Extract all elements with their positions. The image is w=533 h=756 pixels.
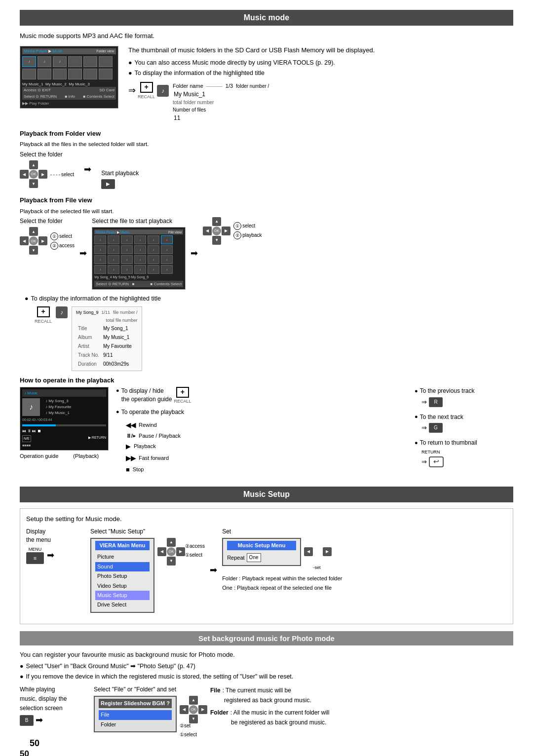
dpad-ok[interactable]: OK: [29, 170, 38, 179]
bullet-viera-tools: You can also access Music mode directly …: [128, 59, 513, 68]
duration-label: Duration: [76, 360, 101, 369]
folder-desc: Folder : Playback repeat within the sele…: [222, 575, 342, 582]
dpad-left-3[interactable]: ◀: [203, 227, 212, 235]
dpad-down-3[interactable]: ▼: [212, 236, 221, 245]
recall-button-3[interactable]: +: [176, 387, 189, 398]
the-menu-label: the menu: [26, 536, 51, 543]
desc-text-1: The thumbnail of music folders in the SD…: [128, 46, 513, 55]
dpad-down-4[interactable]: ▼: [167, 557, 176, 566]
num-files-value: 11: [173, 113, 269, 122]
stop-label: Stop: [133, 465, 144, 475]
menu-item-drive[interactable]: Drive Select: [95, 600, 150, 609]
dpad-down-2[interactable]: ▼: [29, 246, 38, 255]
dpad-up-2[interactable]: ▲: [29, 227, 38, 236]
prev-btn[interactable]: R: [429, 397, 443, 407]
dpad-down[interactable]: ▼: [29, 179, 38, 188]
bgm-menu-title: Register Slideshow BGM ?: [99, 699, 172, 708]
file-view-screenshot: Media Player ▶ Music File view ♪♪♪♪♪♪ ♪♪…: [92, 227, 186, 290]
dpad-right[interactable]: ▶: [38, 170, 47, 179]
file-fraction: 1/11: [102, 309, 111, 316]
return-thumbnail-label: To return to thumbnail: [420, 439, 477, 447]
recall-button-2[interactable]: +: [37, 306, 50, 317]
prev-track-label: To the previous track: [420, 387, 475, 395]
dpad-left-5[interactable]: ◀: [304, 547, 313, 556]
page-number: 50: [30, 737, 39, 750]
dpad-up-3[interactable]: ▲: [212, 217, 221, 226]
op-guide-ref: the operation guide: [121, 395, 172, 404]
dpad-left-4[interactable]: ◀: [157, 547, 166, 556]
access-label: ②access: [185, 543, 205, 550]
circle4-label: playback: [242, 232, 262, 239]
folder-value: My Music_1: [173, 90, 269, 99]
file-step1-label: Select the folder: [20, 217, 75, 226]
step1-label: Select the folder: [20, 151, 74, 159]
artist-value: My Favourite: [101, 342, 134, 351]
dpad-left-2[interactable]: ◀: [20, 236, 29, 245]
op-guide-label: Operation guide: [20, 453, 58, 460]
next-btn[interactable]: G: [429, 423, 443, 433]
music-setup-menu: Music Setup Menu Repeat One: [222, 538, 301, 566]
menu-item-music[interactable]: Music Setup: [95, 591, 150, 600]
menu-btn[interactable]: ≡: [26, 552, 44, 564]
dpad-up[interactable]: ▲: [29, 160, 38, 169]
circle2-label: access: [59, 242, 75, 249]
one-desc: One : Playback repeat of the selected on…: [222, 584, 342, 592]
main-menu-title: VIERA Main Menu: [95, 541, 150, 550]
repeat-label: Repeat: [227, 554, 244, 562]
bgm-bullet2: If you remove the device in which the re…: [20, 673, 513, 681]
file-result-desc: : The current music will be: [223, 685, 291, 695]
return-icon[interactable]: ↩: [429, 456, 444, 467]
bgm-item-file[interactable]: File: [99, 710, 172, 719]
dpad-ok-4[interactable]: OK: [167, 547, 176, 556]
bgm-select-step-label: ①select: [180, 731, 205, 738]
file-bullet-display: To display the information of the highli…: [25, 295, 513, 303]
select-setup-label: Select "Music Setup": [90, 528, 205, 536]
bgm-item-folder[interactable]: Folder: [99, 720, 172, 729]
start-playback-label: Start playback: [101, 169, 139, 178]
bgm-btn[interactable]: B: [20, 715, 34, 726]
title-value: My Song_1: [101, 324, 134, 333]
section-header-music-mode: Music mode: [20, 10, 513, 26]
recall-button[interactable]: +: [140, 82, 153, 93]
circle1: ①: [50, 232, 58, 240]
select-label: select: [61, 171, 74, 178]
dpad-right-5[interactable]: ▶: [323, 547, 332, 556]
music-icon-2: ♪: [56, 306, 68, 318]
music-display-label: music, display the: [20, 695, 89, 703]
set-label: Set: [222, 528, 342, 536]
dpad-right-2[interactable]: ▶: [38, 236, 47, 245]
bgm-set-label: ②set: [180, 722, 205, 729]
dpad-up-4[interactable]: ▲: [167, 538, 176, 547]
menu-item-video[interactable]: Video Setup: [95, 581, 150, 591]
num-files-label: Number of files: [173, 106, 269, 113]
intro-text: Music mode supports MP3 and AAC file for…: [20, 32, 513, 40]
dpad-up-5[interactable]: ▲: [189, 696, 198, 705]
menu-item-sound[interactable]: Sound: [95, 562, 150, 571]
setup-desc: Setup the setting for Music mode.: [26, 515, 507, 524]
dpad-ok-3[interactable]: OK: [212, 227, 221, 235]
play-btn[interactable]: ▶: [101, 179, 115, 189]
dpad-ok-2[interactable]: OK: [29, 236, 38, 245]
while-playing-label: While playing: [20, 685, 89, 694]
dpad-right-6[interactable]: ▶: [198, 705, 207, 714]
dpad-right-4[interactable]: ▶: [176, 547, 185, 556]
bullet-display-info: To display the information of the highli…: [128, 69, 513, 78]
folder-name-label: Folder name: [173, 82, 203, 90]
playback-parens-label: (Playback): [73, 453, 99, 460]
folder-result-label: Folder: [210, 708, 228, 718]
folder-result-desc: : All the music in the current folder wi…: [230, 708, 330, 718]
file-note1: file number /: [113, 309, 138, 316]
menu-item-picture[interactable]: Picture: [95, 552, 150, 562]
playback-fwd-label: Playback: [134, 442, 156, 452]
select-step-label: ①select: [185, 552, 205, 559]
folder-view-header: Playback from Folder view: [20, 129, 513, 138]
dpad-right-3[interactable]: ▶: [222, 227, 230, 235]
dpad-left-6[interactable]: ◀: [180, 705, 189, 714]
circle4: ②: [233, 231, 241, 239]
album-label: Album: [76, 333, 101, 342]
dpad-left[interactable]: ◀: [20, 170, 29, 179]
bgm-bullet1: Select "User" in "Back Ground Music" ➡ "…: [20, 662, 513, 671]
circle2: ②: [50, 242, 58, 250]
menu-item-photo[interactable]: Photo Setup: [95, 571, 150, 581]
dpad-ok-5[interactable]: OK: [189, 705, 198, 714]
